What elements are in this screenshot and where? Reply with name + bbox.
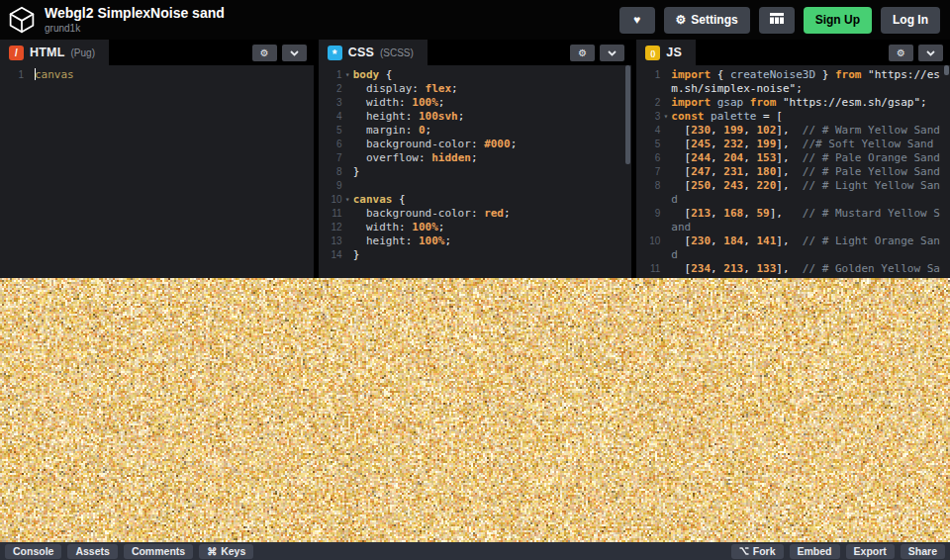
js-panel-header: () JS ⚙: [636, 40, 950, 65]
chevron-down-icon: [926, 47, 935, 58]
js-settings-button[interactable]: ⚙: [889, 45, 913, 61]
line-number: 6: [636, 151, 660, 165]
code-text: display: flex;: [353, 82, 632, 96]
code-line: 7 [247, 231, 180], // # Pale Yellow Sand: [636, 165, 950, 179]
heart-icon: ♥: [633, 13, 640, 27]
pen-title-block: Webgl2 SimplexNoise sand grund1k: [45, 6, 225, 33]
gear-icon: ⚙: [260, 47, 269, 58]
top-header: Webgl2 SimplexNoise sand grund1k ♥ ⚙Sett…: [0, 0, 950, 40]
fold-arrow-icon[interactable]: ▾: [342, 68, 353, 82]
signup-button[interactable]: Sign Up: [804, 7, 872, 34]
code-line: 8}: [319, 165, 632, 179]
html-panel-header: / HTML (Pug) ⚙: [0, 40, 314, 65]
code-line: 4 [230, 199, 102], // # Warm Yellow Sand: [636, 124, 950, 138]
code-text: margin: 0;: [353, 124, 632, 138]
codepen-logo-icon[interactable]: [8, 6, 36, 34]
code-line: 1▾body {: [319, 68, 632, 82]
pen-author[interactable]: grund1k: [45, 23, 225, 34]
fold-arrow-icon[interactable]: ▾: [342, 193, 353, 207]
js-scrollbar[interactable]: [944, 65, 949, 75]
html-tab[interactable]: / HTML (Pug): [0, 40, 109, 65]
html-code-area[interactable]: 1canvas: [0, 65, 314, 278]
code-text: [247, 231, 180], // # Pale Yellow Sand: [671, 165, 950, 179]
assets-button[interactable]: Assets: [67, 544, 117, 559]
console-button[interactable]: Console: [5, 544, 61, 559]
codepen-app: Webgl2 SimplexNoise sand grund1k ♥ ⚙Sett…: [0, 0, 950, 560]
js-collapse-button[interactable]: [918, 45, 943, 61]
code-text: [353, 179, 632, 193]
css-settings-button[interactable]: ⚙: [570, 45, 595, 61]
fold-arrow-icon[interactable]: ▾: [660, 110, 671, 124]
css-collapse-button[interactable]: [600, 45, 624, 61]
login-button[interactable]: Log In: [881, 7, 940, 34]
css-scrollbar[interactable]: [625, 65, 630, 164]
settings-button[interactable]: ⚙Settings: [664, 7, 750, 34]
css-tab-label: CSS: [348, 46, 374, 59]
js-tab[interactable]: () JS: [636, 40, 696, 65]
webgl-sand-canvas[interactable]: [0, 278, 950, 542]
html-preprocessor-label: (Pug): [71, 47, 95, 58]
html-collapse-button[interactable]: [282, 45, 307, 61]
js-panel-actions: ⚙: [889, 40, 950, 65]
code-line: 3▾const palette = [: [636, 110, 950, 124]
line-number: 13: [319, 234, 342, 248]
line-number: 3: [319, 96, 342, 110]
keys-label: Keys: [221, 545, 245, 557]
keys-button[interactable]: ⌘Keys: [199, 544, 253, 559]
line-number: 12: [319, 221, 342, 234]
code-line: 6 [244, 204, 153], // # Pale Orange Sand: [636, 151, 950, 165]
line-number: 1: [319, 68, 342, 82]
js-tab-label: JS: [666, 46, 682, 59]
css-code-area[interactable]: 1▾body {2 display: flex;3 width: 100%;4 …: [319, 65, 632, 278]
line-number: 2: [636, 96, 660, 110]
line-number: 9: [636, 207, 660, 221]
js-code-area[interactable]: 1import { createNoise3D } from "https://…: [636, 65, 950, 278]
share-button[interactable]: Share: [901, 544, 945, 559]
code-text: width: 100%;: [353, 96, 632, 110]
code-text: }: [353, 165, 632, 179]
code-line: 13 height: 100%;: [319, 234, 632, 248]
code-line: 11 background-color: red;: [319, 207, 632, 221]
line-number: 9: [319, 179, 342, 193]
line-number: 1: [636, 68, 660, 82]
css-tab[interactable]: * CSS (SCSS): [319, 40, 428, 65]
code-text: overflow: hidden;: [353, 151, 632, 165]
code-line: 9 [213, 168, 59], // # Mustard Yellow Sa…: [636, 207, 950, 234]
command-icon: ⌘: [207, 546, 217, 557]
line-number: 11: [636, 262, 660, 276]
css-preprocessor-label: (SCSS): [380, 47, 414, 58]
export-button[interactable]: Export: [846, 544, 895, 559]
code-line: 3 width: 100%;: [319, 96, 632, 110]
line-number: 1: [0, 68, 24, 82]
html-settings-button[interactable]: ⚙: [252, 45, 277, 61]
code-line: 11 [234, 213, 133], // # Golden Yellow S…: [636, 262, 950, 278]
line-number: 8: [319, 165, 342, 179]
layout-button[interactable]: [759, 7, 795, 34]
code-text: [230, 184, 141], // # Light Orange Sand: [671, 234, 950, 262]
code-text: background-color: red;: [353, 207, 632, 221]
line-number: 11: [319, 207, 342, 221]
code-text: [245, 232, 199], //# Soft Yellow Sand: [671, 138, 950, 151]
code-text: [234, 213, 133], // # Golden Yellow Sand: [671, 262, 950, 278]
code-line: 8 [250, 243, 220], // # Light Yellow San…: [636, 179, 950, 207]
header-actions: ♥ ⚙Settings Sign Up Log In: [619, 7, 940, 34]
code-line: 7 overflow: hidden;: [319, 151, 632, 165]
footer-right-actions: Fork Embed Export Share: [731, 544, 945, 559]
code-text: }: [353, 248, 632, 262]
comments-button[interactable]: Comments: [124, 544, 193, 559]
line-number: 5: [636, 138, 660, 151]
code-text: const palette = [: [671, 110, 950, 124]
js-editor-panel: () JS ⚙ 1import { createNoise3D } from "…: [636, 40, 950, 278]
code-text: background-color: #000;: [353, 138, 632, 151]
embed-button[interactable]: Embed: [790, 544, 840, 559]
line-number: 7: [636, 165, 660, 179]
code-line: 10 [230, 184, 141], // # Light Orange Sa…: [636, 234, 950, 262]
line-number: 8: [636, 179, 660, 193]
fork-button[interactable]: Fork: [731, 544, 784, 559]
editor-row: / HTML (Pug) ⚙ 1canvas * CSS (SCSS): [0, 40, 950, 278]
code-text: body {: [353, 68, 632, 82]
code-text: height: 100%;: [353, 234, 632, 248]
like-button[interactable]: ♥: [619, 7, 655, 34]
gear-icon: ⚙: [897, 47, 905, 58]
code-text: height: 100svh;: [353, 110, 632, 124]
